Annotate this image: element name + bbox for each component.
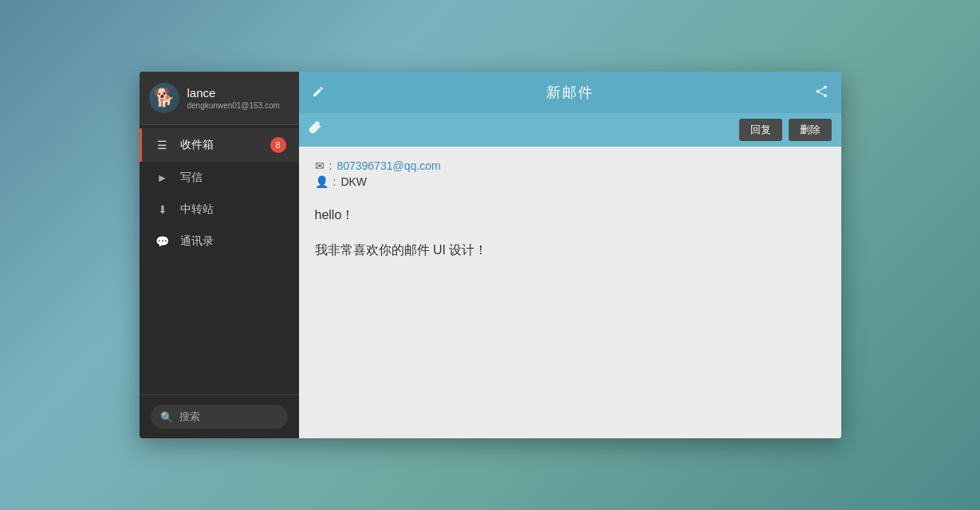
- search-section: 🔍 搜索: [140, 394, 299, 438]
- email-from-row: ✉ : 807396731@qq.com: [315, 159, 825, 172]
- contact-name: DKW: [340, 175, 367, 188]
- search-label: 搜索: [179, 410, 200, 424]
- delete-button[interactable]: 删除: [789, 119, 832, 141]
- sidebar-item-inbox[interactable]: ☰ 收件箱 8: [140, 128, 299, 162]
- email-body: ✉ : 807396731@qq.com 👤 : DKW hello！ 我非常喜…: [299, 147, 841, 438]
- from-email[interactable]: 807396731@qq.com: [337, 159, 440, 172]
- avatar: 🐕: [149, 83, 179, 113]
- transfer-icon: ⬇: [155, 203, 171, 216]
- sidebar: 🐕 lance dengkunwen01@163.com ☰ 收件箱 8 ► 写…: [140, 72, 299, 438]
- sidebar-item-transfer[interactable]: ⬇ 中转站: [140, 194, 299, 226]
- compose-nav-icon: ►: [155, 171, 171, 184]
- email-title: 新邮件: [546, 83, 594, 102]
- attachment-icon[interactable]: [309, 121, 322, 139]
- app-window: 🐕 lance dengkunwen01@163.com ☰ 收件箱 8 ► 写…: [140, 72, 841, 438]
- email-message: hello！ 我非常喜欢你的邮件 UI 设计！: [315, 202, 825, 263]
- compose-label: 写信: [180, 171, 203, 185]
- inbox-label: 收件箱: [180, 138, 214, 152]
- search-icon: 🔍: [160, 411, 173, 423]
- contacts-icon: 💬: [155, 235, 171, 248]
- inbox-badge: 8: [270, 137, 286, 153]
- inbox-icon: ☰: [155, 139, 171, 151]
- transfer-label: 中转站: [180, 202, 214, 217]
- profile-section: 🐕 lance dengkunwen01@163.com: [140, 72, 299, 125]
- reply-button[interactable]: 回复: [739, 119, 782, 141]
- email-contact-row: 👤 : DKW: [315, 175, 825, 188]
- email-icon: ✉: [315, 159, 325, 172]
- search-box[interactable]: 🔍 搜索: [151, 405, 288, 429]
- email-header: 新邮件: [299, 72, 841, 113]
- contacts-label: 通讯录: [180, 234, 214, 249]
- sidebar-nav: ☰ 收件箱 8 ► 写信 ⬇ 中转站 💬 通讯录: [140, 125, 299, 394]
- profile-name: lance: [187, 86, 280, 100]
- sidebar-item-compose[interactable]: ► 写信: [140, 162, 299, 194]
- compose-icon[interactable]: [312, 84, 326, 102]
- contact-icon: 👤: [315, 175, 329, 188]
- email-toolbar: 回复 删除: [299, 113, 841, 147]
- message-line2: 我非常喜欢你的邮件 UI 设计！: [315, 237, 825, 263]
- toolbar-actions: 回复 删除: [739, 119, 832, 141]
- sidebar-item-contacts[interactable]: 💬 通讯录: [140, 226, 299, 257]
- message-line1: hello！: [315, 202, 825, 228]
- email-meta: ✉ : 807396731@qq.com 👤 : DKW: [315, 159, 825, 188]
- share-icon[interactable]: [814, 84, 828, 102]
- profile-email: dengkunwen01@163.com: [187, 101, 280, 110]
- main-content: 新邮件 回复 删除 ✉ :: [299, 72, 841, 438]
